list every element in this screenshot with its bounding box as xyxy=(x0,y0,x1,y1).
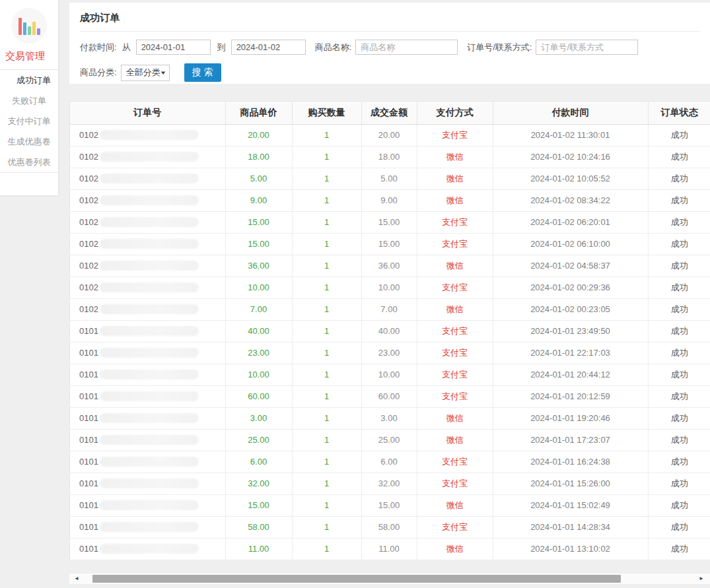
price-cell: 10.00 xyxy=(225,364,292,385)
amount-cell: 11.00 xyxy=(361,538,417,560)
status-cell: 成功 xyxy=(648,364,710,385)
amount-cell: 36.00 xyxy=(361,255,417,277)
order-id-cell: 0101 xyxy=(70,429,225,451)
column-header: 支付方式 xyxy=(417,102,493,124)
amount-cell: 5.00 xyxy=(361,168,417,189)
order-id-prefix: 0101 xyxy=(79,348,98,358)
column-header: 成交金额 xyxy=(361,102,417,124)
amount-cell: 15.00 xyxy=(361,494,417,516)
table-row: 010115.00115.00微信2024-01-01 15:02:49成功 xyxy=(70,494,710,516)
pay-time-cell: 2024-01-02 08:34:22 xyxy=(493,189,648,211)
status-cell: 成功 xyxy=(648,342,710,364)
order-id-cell: 0101 xyxy=(70,385,225,407)
qty-cell: 1 xyxy=(292,385,361,407)
qty-cell: 1 xyxy=(292,538,361,560)
status-cell: 成功 xyxy=(648,298,710,320)
status-cell: 成功 xyxy=(648,189,710,211)
pay-time-from-input[interactable] xyxy=(136,40,211,55)
status-cell: 成功 xyxy=(648,146,710,168)
logo-bar xyxy=(18,18,22,35)
price-cell: 25.00 xyxy=(225,429,292,451)
order-id-prefix: 0102 xyxy=(79,152,98,162)
sidebar-item-3[interactable]: 支付中订单 xyxy=(0,111,58,131)
scroll-right-icon[interactable]: ► xyxy=(697,573,706,584)
sidebar-item-2[interactable]: 失败订单 xyxy=(0,90,58,111)
pay-time-cell: 2024-01-01 20:44:12 xyxy=(493,364,648,385)
filter-row-1: 付款时间: 从 到 商品名称: 订单号/联系方式: xyxy=(80,40,710,55)
pay-time-cell: 2024-01-02 06:20:01 xyxy=(493,211,648,233)
status-cell: 成功 xyxy=(648,385,710,407)
order-id-prefix: 0101 xyxy=(79,457,98,467)
order-id-prefix: 0102 xyxy=(79,282,98,292)
pay-method-cell: 微信 xyxy=(417,407,493,429)
qty-cell: 1 xyxy=(292,211,361,233)
product-name-input[interactable] xyxy=(355,40,458,55)
logo-bar xyxy=(23,22,26,35)
qty-cell: 1 xyxy=(292,364,361,385)
logo-bar xyxy=(28,26,31,35)
pay-method-cell: 支付宝 xyxy=(417,342,493,364)
order-id-prefix: 0101 xyxy=(79,522,98,532)
order-id-cell: 0101 xyxy=(70,364,225,385)
qty-cell: 1 xyxy=(292,407,361,429)
scroll-left-icon[interactable]: ◄ xyxy=(72,573,81,584)
status-cell: 成功 xyxy=(648,494,710,516)
pay-time-cell: 2024-01-01 15:26:00 xyxy=(493,473,648,494)
redacted-order-id-blur xyxy=(100,152,199,162)
price-cell: 23.00 xyxy=(225,342,292,364)
price-cell: 3.00 xyxy=(225,407,292,429)
price-cell: 32.00 xyxy=(225,473,292,494)
sidebar-item-5[interactable]: 优惠卷列表 xyxy=(0,152,58,172)
column-header: 订单状态 xyxy=(648,102,710,124)
price-cell: 40.00 xyxy=(225,320,292,342)
qty-cell: 1 xyxy=(292,516,361,538)
sidebar-item-1[interactable]: 成功订单 xyxy=(0,70,58,90)
horizontal-scrollbar[interactable]: ◄ ► xyxy=(69,573,710,584)
category-select[interactable]: 全部分类 ▼ xyxy=(121,65,170,81)
status-cell: 成功 xyxy=(648,320,710,342)
table-row: 010140.00140.00支付宝2024-01-01 23:49:50成功 xyxy=(70,320,710,342)
redacted-order-id-blur xyxy=(100,239,199,249)
order-id-cell: 0101 xyxy=(70,320,225,342)
amount-cell: 20.00 xyxy=(361,124,417,146)
price-cell: 15.00 xyxy=(225,233,292,255)
pay-time-to-input[interactable] xyxy=(231,40,306,55)
redacted-order-id-blur xyxy=(100,457,199,467)
order-id-cell: 0101 xyxy=(70,516,225,538)
status-cell: 成功 xyxy=(648,407,710,429)
order-id-prefix: 0102 xyxy=(79,217,98,227)
scrollbar-thumb[interactable] xyxy=(92,575,621,583)
qty-cell: 1 xyxy=(292,429,361,451)
amount-cell: 15.00 xyxy=(361,211,417,233)
status-cell: 成功 xyxy=(648,451,710,473)
pay-time-cell: 2024-01-01 19:20:46 xyxy=(493,407,648,429)
qty-cell: 1 xyxy=(292,473,361,494)
table-row: 01013.0013.00微信2024-01-01 19:20:46成功 xyxy=(70,407,710,429)
order-id-cell: 0102 xyxy=(70,277,225,298)
table-row: 010210.00110.00支付宝2024-01-02 00:29:36成功 xyxy=(70,277,710,298)
sidebar-item-4[interactable]: 生成优惠卷 xyxy=(0,131,58,152)
order-id-prefix: 0102 xyxy=(79,261,98,271)
status-cell: 成功 xyxy=(648,233,710,255)
qty-cell: 1 xyxy=(292,146,361,168)
order-id-cell: 0101 xyxy=(70,494,225,516)
status-cell: 成功 xyxy=(648,538,710,560)
search-button[interactable]: 搜 索 xyxy=(184,63,221,82)
amount-cell: 32.00 xyxy=(361,473,417,494)
order-id-prefix: 0102 xyxy=(79,174,98,183)
order-table-body: 010220.00120.00支付宝2024-01-02 11:30:01成功0… xyxy=(70,124,710,560)
amount-cell: 7.00 xyxy=(361,298,417,320)
order-contact-input[interactable] xyxy=(536,40,638,55)
redacted-order-id-blur xyxy=(100,326,199,336)
price-cell: 9.00 xyxy=(225,189,292,211)
order-id-cell: 0101 xyxy=(70,538,225,560)
pay-method-cell: 支付宝 xyxy=(417,385,493,407)
redacted-order-id-blur xyxy=(100,413,199,423)
pay-time-cell: 2024-01-02 10:05:52 xyxy=(493,168,648,189)
order-id-prefix: 0101 xyxy=(79,435,98,445)
order-id-cell: 0102 xyxy=(70,211,225,233)
table-row: 010215.00115.00支付宝2024-01-02 06:10:00成功 xyxy=(70,233,710,255)
product-name-label: 商品名称: xyxy=(315,42,352,53)
price-cell: 5.00 xyxy=(225,168,292,189)
from-label: 从 xyxy=(122,42,131,53)
